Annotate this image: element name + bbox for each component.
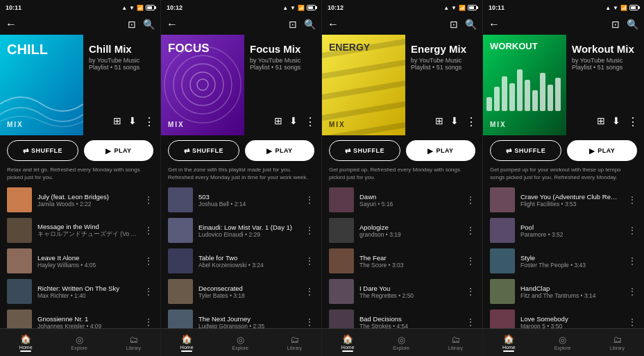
track-more-icon[interactable]: ⋮ bbox=[305, 225, 314, 236]
track-item[interactable]: Bad Decisions The Strokes • 4:54 ⋮ bbox=[322, 307, 482, 328]
play-button[interactable]: ▶ PLAY bbox=[406, 140, 476, 161]
track-more-icon[interactable]: ⋮ bbox=[627, 225, 637, 236]
shuffle-button[interactable]: ⇄ SHUFFLE bbox=[329, 140, 400, 161]
add-to-library-icon[interactable]: ⊞ bbox=[274, 115, 282, 128]
wifi2-icon: 📶 bbox=[620, 5, 627, 11]
nav-item-home[interactable]: 🏠 Home bbox=[341, 334, 355, 352]
track-more-icon[interactable]: ⋮ bbox=[144, 286, 153, 297]
track-more-icon[interactable]: ⋮ bbox=[144, 194, 153, 205]
track-info: Deconsecrated Tyler Bates • 3:18 bbox=[198, 285, 299, 299]
track-item[interactable]: Message in the Wind キャロルアンドチューズデイ (Vo Na… bbox=[0, 215, 160, 246]
play-button[interactable]: ▶ PLAY bbox=[245, 140, 315, 161]
add-to-library-icon[interactable]: ⊞ bbox=[597, 115, 605, 128]
cast-icon[interactable]: ⊡ bbox=[289, 19, 297, 30]
search-icon[interactable]: 🔍 bbox=[465, 19, 477, 30]
track-more-icon[interactable]: ⋮ bbox=[305, 286, 314, 297]
play-button[interactable]: ▶ PLAY bbox=[567, 140, 637, 161]
more-options-icon[interactable]: ⋮ bbox=[144, 115, 155, 128]
track-more-icon[interactable]: ⋮ bbox=[144, 255, 153, 266]
track-more-icon[interactable]: ⋮ bbox=[305, 316, 314, 328]
track-item[interactable]: Table for Two Abel Korzeniowski • 3:24 ⋮ bbox=[161, 246, 321, 276]
track-item[interactable]: Dawn Sayuri • 5:16 ⋮ bbox=[322, 185, 482, 215]
track-more-icon[interactable]: ⋮ bbox=[305, 255, 314, 266]
track-item[interactable]: Pool Paramore • 3:52 ⋮ bbox=[483, 215, 644, 246]
track-more-icon[interactable]: ⋮ bbox=[627, 194, 637, 205]
cast-icon[interactable]: ⊡ bbox=[611, 19, 620, 30]
more-options-icon[interactable]: ⋮ bbox=[466, 115, 477, 128]
wifi-icon: ▲ bbox=[443, 5, 449, 11]
track-more-icon[interactable]: ⋮ bbox=[466, 194, 475, 205]
track-item[interactable]: The Next Journey Ludwig Göransson • 2:35… bbox=[161, 307, 321, 328]
nav-item-library[interactable]: 🗂 Library bbox=[610, 334, 625, 350]
nav-label: Library bbox=[448, 346, 463, 350]
more-options-icon[interactable]: ⋮ bbox=[305, 115, 316, 128]
shuffle-button[interactable]: ⇄ SHUFFLE bbox=[168, 140, 239, 161]
play-button[interactable]: ▶ PLAY bbox=[84, 140, 154, 161]
track-name: Apologize bbox=[359, 223, 460, 231]
add-to-library-icon[interactable]: ⊞ bbox=[435, 115, 443, 128]
description: Get pumped up for your workout with thes… bbox=[483, 166, 644, 185]
track-more-icon[interactable]: ⋮ bbox=[144, 316, 153, 328]
track-item[interactable]: 503 Joshua Bell • 2:14 ⋮ bbox=[161, 185, 321, 215]
search-icon[interactable]: 🔍 bbox=[304, 19, 316, 30]
nav-item-explore[interactable]: ◎ Explore bbox=[554, 334, 571, 350]
button-row: ⇄ SHUFFLE ▶ PLAY bbox=[483, 135, 644, 166]
nav-left: ← bbox=[167, 18, 178, 31]
track-more-icon[interactable]: ⋮ bbox=[466, 286, 475, 297]
search-icon[interactable]: 🔍 bbox=[627, 19, 638, 30]
mix-meta: Playlist • 51 songs bbox=[250, 64, 316, 71]
track-item[interactable]: Crave You (Adventure Club Remix) Flight … bbox=[483, 185, 644, 215]
nav-item-home[interactable]: 🏠 Home bbox=[180, 334, 194, 352]
cast-icon[interactable]: ⊡ bbox=[450, 19, 458, 30]
download-icon[interactable]: ⬇ bbox=[289, 115, 298, 128]
track-more-icon[interactable]: ⋮ bbox=[627, 255, 637, 266]
shuffle-button[interactable]: ⇄ SHUFFLE bbox=[490, 140, 561, 161]
track-item[interactable]: I Dare You The Regrettes • 2:50 ⋮ bbox=[322, 276, 482, 307]
track-item[interactable]: HandClap Fitz and The Tantrums • 3:14 ⋮ bbox=[483, 276, 644, 307]
track-more-icon[interactable]: ⋮ bbox=[627, 316, 637, 328]
nav-item-library[interactable]: 🗂 Library bbox=[448, 334, 463, 350]
track-item[interactable]: The Fear The Score • 3:03 ⋮ bbox=[322, 246, 482, 276]
back-arrow[interactable]: ← bbox=[328, 18, 339, 31]
nav-item-library[interactable]: 🗂 Library bbox=[126, 334, 141, 350]
track-item[interactable]: Love Somebody Maroon 5 • 3:50 ⋮ bbox=[483, 307, 644, 328]
nav-item-explore[interactable]: ◎ Explore bbox=[232, 334, 248, 350]
track-more-icon[interactable]: ⋮ bbox=[466, 225, 475, 236]
more-options-icon[interactable]: ⋮ bbox=[627, 115, 638, 128]
nav-item-explore[interactable]: ◎ Explore bbox=[393, 334, 409, 350]
battery-icon bbox=[468, 5, 477, 10]
add-to-library-icon[interactable]: ⊞ bbox=[113, 115, 121, 128]
track-item[interactable]: Deconsecrated Tyler Bates • 3:18 ⋮ bbox=[161, 276, 321, 307]
track-more-icon[interactable]: ⋮ bbox=[144, 225, 153, 236]
search-icon[interactable]: 🔍 bbox=[143, 19, 155, 30]
nav-item-library[interactable]: 🗂 Library bbox=[287, 334, 302, 350]
track-item[interactable]: Gnossienne Nr. 1 Johannes Kreisler • 4:0… bbox=[0, 307, 160, 328]
track-item[interactable]: Einaudi: Low Mist Var. 1 (Day 1) Ludovic… bbox=[161, 215, 321, 246]
track-item[interactable]: Leave It Alone Hayley Williams • 4:05 ⋮ bbox=[0, 246, 160, 276]
track-more-icon[interactable]: ⋮ bbox=[627, 286, 637, 297]
track-artist: The Score • 3:03 bbox=[359, 262, 460, 269]
download-icon[interactable]: ⬇ bbox=[128, 115, 137, 128]
nav-item-home[interactable]: 🏠 Home bbox=[502, 334, 516, 352]
download-icon[interactable]: ⬇ bbox=[450, 115, 459, 128]
shuffle-button[interactable]: ⇄ SHUFFLE bbox=[7, 140, 78, 161]
track-item[interactable]: Richter: Written On The Sky Max Richter … bbox=[0, 276, 160, 307]
nav-item-explore[interactable]: ◎ Explore bbox=[71, 334, 87, 350]
track-item[interactable]: Apologize grandson • 3:19 ⋮ bbox=[322, 215, 482, 246]
download-icon[interactable]: ⬇ bbox=[612, 115, 620, 128]
nav-item-home[interactable]: 🏠 Home bbox=[19, 334, 33, 352]
track-artist: Joshua Bell • 2:14 bbox=[198, 201, 299, 207]
mix-title: Chill Mix bbox=[89, 43, 155, 55]
track-name: Table for Two bbox=[198, 254, 299, 262]
track-more-icon[interactable]: ⋮ bbox=[466, 255, 475, 266]
cast-icon[interactable]: ⊡ bbox=[128, 19, 136, 30]
back-arrow[interactable]: ← bbox=[6, 18, 17, 31]
track-more-icon[interactable]: ⋮ bbox=[305, 194, 314, 205]
back-arrow[interactable]: ← bbox=[167, 18, 178, 31]
svg-rect-20 bbox=[532, 90, 538, 111]
track-item[interactable]: July (feat. Leon Bridges) Jamila Woods •… bbox=[0, 185, 160, 215]
back-arrow[interactable]: ← bbox=[489, 18, 500, 31]
track-more-icon[interactable]: ⋮ bbox=[466, 316, 475, 328]
track-list: Dawn Sayuri • 5:16 ⋮ Apologize grandson … bbox=[322, 185, 482, 328]
track-item[interactable]: Style Foster The People • 3:43 ⋮ bbox=[483, 246, 644, 276]
